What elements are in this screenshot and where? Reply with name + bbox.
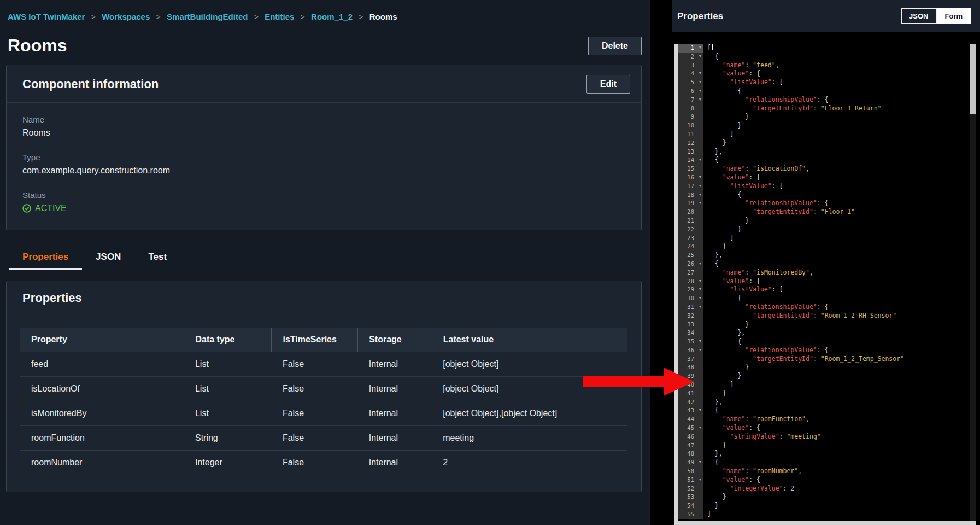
editor-line[interactable]: 26▼ { (678, 260, 970, 269)
breadcrumb-item-smartbuildingedited[interactable]: SmartBuildingEdited (167, 12, 248, 21)
editor-line[interactable]: 47 } (678, 441, 970, 450)
fold-toggle-icon[interactable]: ▼ (699, 173, 701, 182)
line-number: 21 (678, 217, 703, 225)
fold-toggle-icon[interactable]: ▼ (699, 303, 701, 312)
fold-toggle-icon[interactable]: ▼ (699, 69, 701, 78)
editor-line[interactable]: 39 } (678, 372, 970, 381)
editor-line[interactable]: 29▼ "listValue": [ (678, 285, 970, 294)
editor-line[interactable]: 42 }, (678, 398, 970, 407)
editor-line[interactable]: 20 "targetEntityId": "Floor_1" (678, 208, 970, 217)
editor-vertical-scrollbar[interactable] (970, 44, 976, 521)
editor-line[interactable]: 55] (678, 510, 970, 519)
json-editor[interactable]: 1▼[2▼ {3 "name": "feed",4▼ "value": {5▼ … (678, 44, 970, 521)
fold-toggle-icon[interactable]: ▼ (699, 424, 701, 433)
fold-toggle-icon[interactable]: ▼ (699, 260, 701, 269)
scrollbar-thumb[interactable] (970, 44, 976, 114)
editor-line[interactable]: 27 "name": "isMonitoredBy", (678, 269, 970, 277)
editor-horizontal-scrollbar[interactable] (674, 521, 976, 525)
fold-toggle-icon[interactable]: ▼ (699, 44, 701, 52)
editor-line[interactable]: 46 "stringValue": "meeting" (678, 433, 970, 441)
editor-line[interactable]: 2▼ { (678, 52, 970, 61)
editor-line[interactable]: 22 } (678, 225, 970, 234)
editor-line[interactable]: 34 }, (678, 329, 970, 337)
editor-line[interactable]: 15 "name": "isLocationOf", (678, 165, 970, 173)
editor-line[interactable]: 32 "targetEntityId": "Room_1_2_RH_Sensor… (678, 312, 970, 320)
fold-toggle-icon[interactable]: ▼ (699, 96, 701, 104)
table-row[interactable]: feedListFalseInternal[object Object] (20, 352, 627, 377)
editor-line[interactable]: 28▼ "value": { (678, 277, 970, 286)
editor-line[interactable]: 16▼ "value": { (678, 173, 970, 182)
fold-toggle-icon[interactable]: ▼ (699, 191, 701, 200)
breadcrumb-item-entities[interactable]: Entities (265, 12, 294, 21)
editor-line[interactable]: 50 "name": "roomNumber", (678, 467, 970, 476)
editor-line[interactable]: 17▼ "listValue": [ (678, 182, 970, 191)
table-row[interactable]: isLocationOfListFalseInternal[object Obj… (20, 377, 627, 401)
table-row[interactable]: roomFunctionStringFalseInternalmeeting (20, 426, 627, 451)
fold-toggle-icon[interactable]: ▼ (699, 294, 701, 303)
fold-toggle-icon[interactable]: ▼ (699, 156, 701, 165)
fold-toggle-icon[interactable]: ▼ (699, 476, 701, 485)
editor-line[interactable]: 31▼ "relationshipValue": { (678, 303, 970, 312)
table-row[interactable]: isMonitoredByListFalseInternal[object Ob… (20, 401, 627, 426)
tab-test[interactable]: Test (134, 244, 180, 270)
fold-toggle-icon[interactable]: ▼ (699, 87, 701, 96)
editor-line[interactable]: 8 "targetEntityId": "Floor_1_Return" (678, 104, 970, 113)
editor-line[interactable]: 51▼ "value": { (678, 476, 970, 485)
fold-toggle-icon[interactable]: ▼ (699, 337, 701, 346)
editor-line[interactable]: 24 } (678, 242, 970, 251)
editor-line[interactable]: 38 } (678, 363, 970, 372)
editor-line[interactable]: 41 } (678, 389, 970, 398)
editor-line[interactable]: 1▼[ (678, 44, 970, 52)
editor-line[interactable]: 12 } (678, 139, 970, 148)
editor-line[interactable]: 37 "targetEntityId": "Room_1_2_Temp_Sens… (678, 355, 970, 364)
editor-line[interactable]: 33 } (678, 320, 970, 329)
breadcrumb-item-aws-iot-twinmaker[interactable]: AWS IoT TwinMaker (8, 12, 85, 21)
fold-toggle-icon[interactable]: ▼ (699, 182, 701, 191)
editor-line[interactable]: 4▼ "value": { (678, 69, 970, 78)
editor-line[interactable]: 40 ] (678, 381, 970, 389)
editor-line[interactable]: 23 ] (678, 234, 970, 243)
editor-line[interactable]: 44 "name": "roomFunction", (678, 415, 970, 424)
editor-line[interactable]: 52 "integerValue": 2 (678, 485, 970, 493)
editor-line[interactable]: 53 } (678, 493, 970, 501)
editor-line[interactable]: 5▼ "listValue": [ (678, 78, 970, 87)
fold-toggle-icon[interactable]: ▼ (699, 406, 701, 415)
breadcrumb-separator: > (156, 12, 161, 21)
editor-line[interactable]: 10 } (678, 121, 970, 130)
fold-toggle-icon[interactable]: ▼ (699, 277, 701, 286)
editor-line[interactable]: 49▼ { (678, 458, 970, 467)
fold-toggle-icon[interactable]: ▼ (699, 346, 701, 355)
editor-line[interactable]: 18▼ { (678, 191, 970, 200)
editor-line[interactable]: 7▼ "relationshipValue": { (678, 96, 970, 104)
editor-line[interactable]: 9 } (678, 113, 970, 121)
edit-button[interactable]: Edit (586, 75, 630, 94)
editor-line[interactable]: 19▼ "relationshipValue": { (678, 199, 970, 208)
fold-toggle-icon[interactable]: ▼ (699, 199, 701, 208)
table-row[interactable]: roomNumberIntegerFalseInternal2 (20, 451, 627, 475)
fold-toggle-icon[interactable]: ▼ (699, 52, 701, 61)
fold-toggle-icon[interactable]: ▼ (699, 285, 701, 294)
breadcrumb-item-room-1-2[interactable]: Room_1_2 (311, 12, 353, 21)
editor-line[interactable]: 11 ] (678, 130, 970, 139)
form-toggle-button[interactable]: Form (937, 8, 971, 24)
editor-line[interactable]: 3 "name": "feed", (678, 61, 970, 70)
delete-button[interactable]: Delete (588, 37, 642, 55)
editor-line[interactable]: 30▼ { (678, 294, 970, 303)
editor-line[interactable]: 13 }, (678, 148, 970, 156)
editor-line[interactable]: 45▼ "value": { (678, 424, 970, 433)
breadcrumb-item-workspaces[interactable]: Workspaces (102, 12, 150, 21)
fold-toggle-icon[interactable]: ▼ (699, 78, 701, 87)
editor-line[interactable]: 35▼ { (678, 337, 970, 346)
editor-line[interactable]: 6▼ { (678, 87, 970, 96)
json-toggle-button[interactable]: JSON (901, 8, 936, 24)
fold-toggle-icon[interactable]: ▼ (699, 458, 701, 467)
editor-line[interactable]: 21 } (678, 217, 970, 225)
editor-line[interactable]: 25 }, (678, 251, 970, 260)
editor-line[interactable]: 36▼ "relationshipValue": { (678, 346, 970, 355)
editor-line[interactable]: 14▼ { (678, 156, 970, 165)
tab-properties[interactable]: Properties (9, 244, 82, 270)
tab-json[interactable]: JSON (82, 244, 134, 270)
editor-line[interactable]: 43▼ { (678, 406, 970, 415)
editor-line[interactable]: 54 } (678, 501, 970, 510)
editor-line[interactable]: 48 }, (678, 450, 970, 458)
